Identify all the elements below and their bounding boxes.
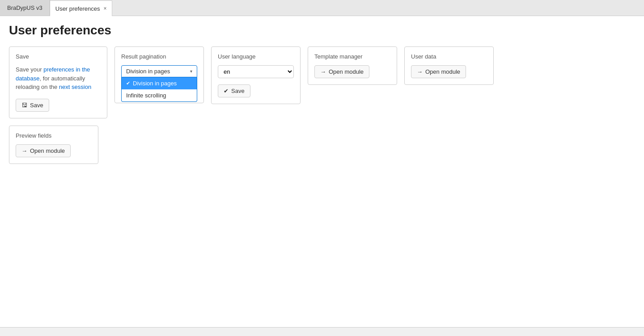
pagination-card: Result pagination Division in pages ▾ ✔ … [114,46,204,103]
active-tab-label: User preferences [55,5,100,12]
pagination-selected-label: Division in pages [126,68,170,75]
app-tab-label: BraDypUS v3 [7,4,42,11]
pagination-option-division-label: Division in pages [133,80,177,87]
tab-close-icon[interactable]: × [103,6,106,11]
preview-fields-card: Preview fields → Open module [9,126,98,164]
chevron-down-icon: ▾ [190,69,192,74]
template-manager-title: Template manager [314,53,390,60]
userdata-open-button[interactable]: → Open module [411,65,466,78]
save-button-label: Save [30,102,43,109]
preview-open-label: Open module [30,147,65,154]
template-arrow-icon: → [320,68,326,75]
language-save-button[interactable]: ✔ Save [218,84,250,97]
pagination-option-infinite[interactable]: Infinite scrolling [122,89,197,101]
preview-fields-title: Preview fields [16,132,92,139]
userdata-open-label: Open module [425,68,460,75]
pagination-dropdown-options: ✔ Division in pages Infinite scrolling [121,77,197,102]
template-manager-card: Template manager → Open module [308,46,397,85]
save-desc-highlight1: preferences in the database [16,66,90,82]
save-card-title: Save [16,53,101,60]
language-card-title: User language [218,53,294,60]
cards-row-1: Save Save your preferences in the databa… [9,46,635,118]
userdata-card: User data → Open module [404,46,494,85]
preview-arrow-icon: → [21,147,27,154]
language-save-label: Save [231,88,245,94]
save-button-icon: 🖫 [21,102,27,109]
language-card: User language en it fr de es ✔ Save [211,46,301,104]
page-content: User preferences Save Save your preferen… [0,16,644,171]
userdata-arrow-icon: → [417,68,423,75]
tab-user-preferences[interactable]: User preferences × [50,0,113,16]
pagination-dropdown[interactable]: Division in pages ▾ ✔ Division in pages … [121,65,197,77]
page-title: User preferences [9,23,635,38]
save-card: Save Save your preferences in the databa… [9,46,107,118]
pagination-option-division[interactable]: ✔ Division in pages [122,77,197,89]
language-save-icon: ✔ [224,88,229,94]
save-desc-highlight2: next session [59,84,91,90]
userdata-card-title: User data [411,53,487,60]
cards-row-2: Preview fields → Open module [9,126,635,164]
template-open-label: Open module [329,68,364,75]
pagination-card-title: Result pagination [121,53,197,60]
check-icon: ✔ [126,80,130,86]
save-button[interactable]: 🖫 Save [16,99,49,112]
pagination-dropdown-selected[interactable]: Division in pages ▾ [121,65,197,77]
save-card-description: Save your preferences in the database, f… [16,65,101,92]
tab-bar: BraDypUS v3 User preferences × [0,0,644,16]
pagination-option-infinite-label: Infinite scrolling [126,92,166,99]
tab-app[interactable]: BraDypUS v3 [0,0,50,16]
preview-fields-open-button[interactable]: → Open module [16,144,71,157]
language-select[interactable]: en it fr de es [218,65,294,78]
template-manager-open-button[interactable]: → Open module [314,65,369,78]
